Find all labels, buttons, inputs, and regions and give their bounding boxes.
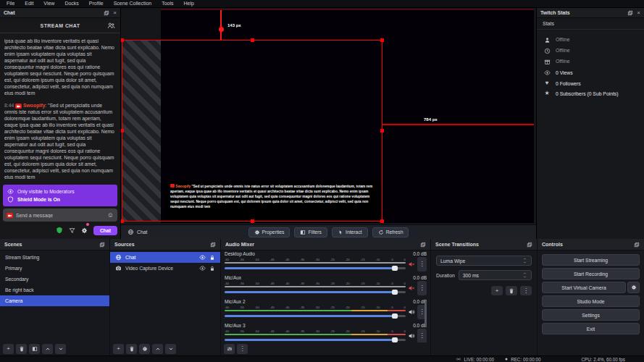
mixer-menu-button[interactable]: ⋮ bbox=[237, 344, 248, 354]
mixer-options-button[interactable]: ⋮ bbox=[417, 329, 427, 342]
scene-item[interactable]: Secondary bbox=[0, 274, 109, 285]
add-source-button[interactable]: + bbox=[113, 344, 124, 354]
transition-select[interactable]: Luma Wipe bbox=[436, 256, 532, 266]
shield-mode-icon[interactable] bbox=[56, 227, 63, 234]
studio-mode-button[interactable]: Studio Mode bbox=[542, 295, 640, 307]
menu-tools[interactable]: Tools bbox=[156, 0, 178, 7]
volume-slider[interactable] bbox=[225, 313, 406, 319]
obs-window: File Edit View Docks Profile Scene Colle… bbox=[0, 0, 644, 362]
meter-scale: -60-55-50-45-40-35-30-25-20-15-10-50 bbox=[225, 329, 406, 333]
remove-source-button[interactable] bbox=[126, 344, 137, 354]
popout-icon[interactable] bbox=[420, 242, 426, 248]
menu-file[interactable]: File bbox=[1, 0, 20, 7]
emote-picker-icon[interactable]: ☺ bbox=[107, 212, 114, 219]
start-virtual-camera-button[interactable]: Start Virtual Camera bbox=[542, 282, 626, 293]
source-properties-button[interactable] bbox=[139, 344, 150, 354]
move-source-down-button[interactable] bbox=[165, 344, 176, 354]
preview-canvas[interactable]: Swoopify "Sed ut perspiciatis unde omnis… bbox=[121, 8, 536, 224]
resize-handle[interactable] bbox=[380, 219, 384, 223]
resize-handle[interactable] bbox=[380, 38, 384, 42]
chat-send-button[interactable]: Chat bbox=[93, 226, 117, 235]
scene-item[interactable]: Stream Starting bbox=[0, 252, 109, 263]
start-streaming-button[interactable]: Start Streaming bbox=[542, 254, 640, 266]
chat-message-input[interactable] bbox=[16, 213, 104, 218]
source-item-selected[interactable]: Chat bbox=[110, 252, 220, 263]
popout-icon[interactable] bbox=[627, 10, 633, 16]
popout-icon[interactable] bbox=[99, 242, 105, 248]
volume-slider[interactable] bbox=[225, 289, 406, 295]
resize-handle[interactable] bbox=[121, 38, 124, 42]
source-selection-box[interactable] bbox=[122, 40, 382, 222]
chat-filter-icon[interactable] bbox=[69, 227, 75, 234]
transition-properties-button[interactable]: ⋮ bbox=[520, 286, 532, 295]
close-icon[interactable]: × bbox=[113, 10, 117, 16]
slider-handle[interactable] bbox=[392, 313, 398, 319]
resize-handle[interactable] bbox=[121, 129, 124, 132]
scenes-title: Scenes bbox=[4, 242, 99, 247]
mute-button[interactable] bbox=[408, 285, 415, 292]
slider-handle[interactable] bbox=[392, 290, 398, 295]
scene-item[interactable]: Primary bbox=[0, 263, 109, 274]
globe-icon bbox=[115, 254, 122, 261]
lock-icon[interactable] bbox=[209, 255, 215, 261]
slider-handle[interactable] bbox=[392, 266, 398, 271]
scene-item-selected[interactable]: Camera bbox=[0, 295, 109, 306]
mixer-options-button[interactable]: ⋮ bbox=[417, 281, 427, 295]
menu-help[interactable]: Help bbox=[179, 0, 199, 7]
visibility-eye-icon[interactable] bbox=[199, 254, 206, 261]
filters-button[interactable]: Filters bbox=[294, 227, 327, 237]
remove-transition-button[interactable] bbox=[506, 286, 517, 295]
menu-docks[interactable]: Docks bbox=[59, 0, 83, 7]
scene-filters-button[interactable] bbox=[29, 344, 40, 354]
volume-slider[interactable] bbox=[225, 265, 406, 271]
stat-row: Offline bbox=[543, 36, 637, 43]
star-icon: ★ bbox=[543, 90, 551, 96]
mixer-scrollbar[interactable] bbox=[425, 301, 427, 327]
popout-icon[interactable] bbox=[527, 242, 532, 248]
add-scene-button[interactable]: + bbox=[3, 344, 14, 354]
close-icon[interactable]: × bbox=[637, 10, 640, 16]
chat-username[interactable]: Swoopify bbox=[23, 103, 45, 108]
chatters-icon[interactable] bbox=[107, 22, 115, 30]
settings-button[interactable]: Settings bbox=[542, 309, 640, 321]
virtual-camera-settings-button[interactable] bbox=[627, 282, 640, 293]
shield-icon bbox=[7, 196, 14, 203]
mixer-advanced-button[interactable] bbox=[224, 344, 235, 354]
move-scene-up-button[interactable] bbox=[42, 344, 53, 354]
move-source-up-button[interactable] bbox=[152, 344, 163, 354]
menu-scene-collection[interactable]: Scene Collection bbox=[109, 0, 157, 7]
chat-message-list[interactable]: ipsa quae ab illo inventore veritatis et… bbox=[0, 34, 120, 187]
remove-scene-button[interactable] bbox=[16, 344, 27, 354]
resize-handle[interactable] bbox=[251, 38, 254, 42]
scene-item[interactable]: Be right back bbox=[0, 285, 109, 295]
menu-edit[interactable]: Edit bbox=[20, 0, 38, 7]
add-transition-button[interactable]: + bbox=[491, 286, 503, 295]
duration-spinbox[interactable]: 300 ms bbox=[459, 270, 532, 280]
start-recording-button[interactable]: Start Recording bbox=[542, 268, 640, 279]
source-item[interactable]: Video Capture Device bbox=[110, 263, 220, 274]
visibility-eye-icon[interactable] bbox=[199, 265, 206, 272]
slider-handle[interactable] bbox=[392, 337, 398, 342]
chat-settings-button[interactable] bbox=[81, 224, 88, 237]
interact-button[interactable]: Interact bbox=[332, 227, 368, 237]
popout-icon[interactable] bbox=[104, 10, 109, 16]
mixer-channel: Mic/Aux 20.0 dB -60-55-50-45-40-35-30-25… bbox=[225, 298, 427, 319]
properties-button[interactable]: Properties bbox=[248, 227, 290, 237]
move-scene-down-button[interactable] bbox=[55, 344, 66, 354]
popout-icon[interactable] bbox=[634, 242, 640, 248]
menu-view[interactable]: View bbox=[38, 0, 59, 7]
resize-handle[interactable] bbox=[251, 219, 254, 223]
mixer-options-button[interactable]: ⋮ bbox=[417, 257, 427, 272]
meter-tick-label: -5 bbox=[390, 306, 393, 309]
mute-button[interactable] bbox=[408, 261, 415, 268]
resize-handle[interactable] bbox=[380, 129, 384, 132]
mute-button[interactable] bbox=[408, 332, 415, 340]
mute-button[interactable] bbox=[408, 308, 415, 316]
menu-profile[interactable]: Profile bbox=[84, 0, 109, 7]
resize-handle[interactable] bbox=[121, 219, 124, 223]
popout-icon[interactable] bbox=[210, 242, 216, 248]
refresh-button[interactable]: Refresh bbox=[372, 227, 409, 237]
exit-button[interactable]: Exit bbox=[542, 323, 640, 334]
lock-icon[interactable] bbox=[209, 266, 215, 272]
volume-slider[interactable] bbox=[225, 337, 406, 342]
